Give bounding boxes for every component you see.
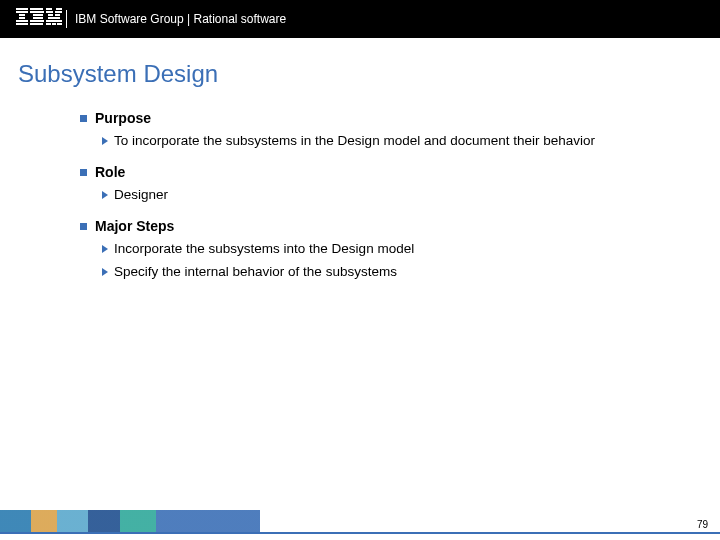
svg-rect-9 <box>33 17 43 19</box>
svg-rect-2 <box>19 14 25 16</box>
svg-rect-16 <box>48 14 53 16</box>
list-item: Incorporate the subsystems into the Desi… <box>80 240 660 258</box>
square-bullet-icon <box>80 115 87 122</box>
section-head-major-steps: Major Steps <box>80 218 660 234</box>
svg-rect-8 <box>33 14 43 16</box>
svg-rect-0 <box>16 8 28 10</box>
svg-rect-21 <box>52 23 56 25</box>
svg-rect-17 <box>55 14 60 16</box>
square-bullet-icon <box>80 223 87 230</box>
footer: 79 <box>0 510 720 540</box>
svg-rect-12 <box>46 8 52 10</box>
header-text: IBM Software Group | Rational software <box>75 12 286 26</box>
triangle-bullet-icon <box>102 268 108 276</box>
list-item-text: Designer <box>114 186 168 204</box>
content-area: Purpose To incorporate the subsystems in… <box>0 88 720 281</box>
svg-rect-14 <box>46 11 53 13</box>
list-item: Designer <box>80 186 660 204</box>
section-head-role: Role <box>80 164 660 180</box>
section-head-purpose: Purpose <box>80 110 660 126</box>
header-divider <box>66 10 67 28</box>
list-item: Specify the internal behavior of the sub… <box>80 263 660 281</box>
svg-rect-5 <box>16 23 28 25</box>
svg-rect-19 <box>46 20 62 22</box>
section-label: Major Steps <box>95 218 174 234</box>
svg-rect-22 <box>57 23 62 25</box>
svg-rect-6 <box>30 8 43 10</box>
footer-line <box>0 532 720 534</box>
footer-decoration-icon <box>0 510 260 532</box>
svg-rect-4 <box>16 20 28 22</box>
ibm-logo-icon <box>16 8 62 30</box>
svg-rect-15 <box>55 11 62 13</box>
svg-rect-13 <box>56 8 62 10</box>
triangle-bullet-icon <box>102 191 108 199</box>
svg-rect-3 <box>19 17 25 19</box>
square-bullet-icon <box>80 169 87 176</box>
section-label: Role <box>95 164 125 180</box>
page-number: 79 <box>697 519 708 530</box>
svg-rect-18 <box>48 17 60 19</box>
section-label: Purpose <box>95 110 151 126</box>
header-bar: IBM Software Group | Rational software <box>0 0 720 38</box>
list-item-text: To incorporate the subsystems in the Des… <box>114 132 595 150</box>
triangle-bullet-icon <box>102 245 108 253</box>
svg-rect-11 <box>30 23 43 25</box>
triangle-bullet-icon <box>102 137 108 145</box>
page-title: Subsystem Design <box>0 38 720 88</box>
svg-rect-1 <box>16 11 28 13</box>
svg-rect-10 <box>30 20 44 22</box>
svg-rect-20 <box>46 23 51 25</box>
list-item-text: Specify the internal behavior of the sub… <box>114 263 397 281</box>
svg-rect-7 <box>30 11 44 13</box>
list-item: To incorporate the subsystems in the Des… <box>80 132 660 150</box>
list-item-text: Incorporate the subsystems into the Desi… <box>114 240 414 258</box>
